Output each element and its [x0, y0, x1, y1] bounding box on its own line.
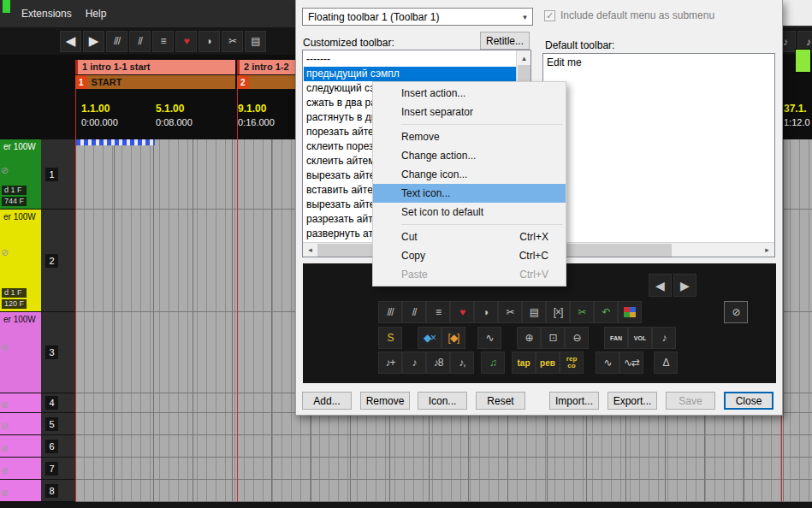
record-arm-icon[interactable]: ⊘	[1, 422, 9, 431]
split-items-icon[interactable]: ✂	[570, 301, 594, 323]
clef-lock-icon[interactable]: ♫	[481, 351, 505, 374]
horizontal-scrollbar[interactable]: ▸	[543, 242, 774, 257]
edit-cursor[interactable]	[75, 89, 76, 502]
close-button[interactable]: Close	[724, 392, 773, 410]
note-grace-icon[interactable]: ♪,	[450, 351, 474, 374]
checkbox-checked-icon[interactable]: ✓	[544, 10, 555, 21]
context-menu-item[interactable]: Text icon...	[373, 184, 566, 203]
menu-item-extensions[interactable]: Extensions	[15, 5, 79, 22]
vol-knob-icon[interactable]: VOL	[628, 327, 652, 349]
item-color-icon[interactable]	[618, 301, 642, 323]
toolbar-action-item[interactable]: -------	[304, 52, 516, 67]
envelope-icon[interactable]: ∿	[477, 327, 501, 349]
context-menu-item[interactable]: Set icon to default	[373, 203, 566, 222]
track-panel-row[interactable]: ⊘4	[0, 393, 75, 413]
arrange-lane[interactable]	[75, 458, 812, 480]
icon-button[interactable]: Icon...	[418, 392, 467, 410]
ripple-editing-all-icon[interactable]: ///	[378, 301, 402, 323]
track-panel-row[interactable]: ⊘er 100Wd 1 F120 F2	[0, 210, 75, 312]
toolbar-next-icon[interactable]: ▶	[673, 274, 696, 297]
ripple-editing-all-icon[interactable]: ///	[106, 31, 127, 52]
context-menu-item[interactable]: Change action...	[373, 146, 566, 165]
waveform-swap-icon[interactable]: ∿⇄	[619, 351, 643, 374]
record-arm-icon[interactable]: ⊘	[1, 166, 9, 175]
delete-item-icon[interactable]: [×]	[546, 301, 570, 323]
record-arm-icon[interactable]: ⊘	[1, 343, 9, 352]
record-arm-icon[interactable]: ⊘	[1, 248, 9, 257]
record-arm-icon[interactable]: ⊘	[1, 444, 9, 453]
context-menu-item[interactable]: Change icon...	[373, 165, 566, 184]
marker-delete-icon[interactable]: ◆×	[418, 327, 442, 349]
context-menu-item[interactable]: Insert action...	[373, 84, 566, 103]
zoom-out-icon[interactable]: ⊖	[565, 327, 589, 349]
marker-brackets-icon[interactable]: [◆]	[442, 327, 465, 349]
ripple-editing-one-icon[interactable]: //	[402, 301, 426, 323]
zoom-in-icon[interactable]: ⊕	[517, 327, 541, 349]
menu-item-help[interactable]: Help	[79, 5, 114, 22]
glue-items-icon[interactable]: ◗	[199, 31, 220, 52]
mute-icon[interactable]: ⊘	[724, 301, 748, 323]
default-toolbar-item[interactable]: Edit me	[544, 56, 773, 70]
context-menu-item[interactable]: CutCtrl+X	[373, 227, 566, 246]
track-panel-row[interactable]: ⊘7	[0, 458, 75, 480]
record-arm-icon[interactable]: ⊘	[1, 400, 9, 410]
scroll-up-icon[interactable]: ▴	[517, 50, 531, 65]
add-button[interactable]: Add...	[302, 392, 352, 410]
toolbar-prev-icon[interactable]: ◀	[649, 274, 672, 297]
track-panel-row[interactable]: ⊘er 100W3	[0, 312, 75, 393]
toolbar-select[interactable]: Floating toolbar 1 (Toolbar 1) ▾	[302, 8, 533, 26]
tap-tempo-icon[interactable]: tap	[512, 351, 536, 374]
import-button[interactable]: Import...	[549, 392, 599, 410]
solo-icon[interactable]: S	[378, 327, 402, 349]
marker[interactable]: 1 intro 1-1 start	[75, 60, 235, 74]
nav-prev-icon[interactable]: ◀	[60, 31, 81, 52]
marker-line[interactable]	[237, 89, 238, 502]
track-panel-row[interactable]: ⊘5	[0, 413, 75, 435]
clipboard-icon[interactable]: ▤	[245, 31, 266, 52]
note-knob-icon[interactable]: ♪	[652, 327, 676, 349]
export-button[interactable]: Export...	[608, 392, 657, 410]
record-arm-icon[interactable]: ⊘	[1, 466, 9, 476]
arrange-lane[interactable]	[75, 435, 812, 458]
scroll-right-icon[interactable]: ▸	[760, 243, 774, 257]
note-octave-icon[interactable]: ♪8	[426, 351, 450, 374]
ripple-editing-one-icon[interactable]: //	[129, 31, 151, 52]
track-color-strip: ⊘	[0, 480, 41, 501]
retitle-button[interactable]: Retitle...	[480, 32, 530, 50]
grid-settings-icon[interactable]: ≡	[152, 31, 174, 52]
record-arm-icon[interactable]: ⊘	[1, 488, 9, 498]
note-up-icon[interactable]: ♪+	[378, 351, 402, 374]
clipboard-icon[interactable]: ▤	[522, 301, 546, 323]
pan-knob-icon[interactable]: FAN	[604, 327, 628, 349]
scissors-icon[interactable]: ✂	[222, 31, 243, 52]
scissors-icon[interactable]: ✂	[498, 301, 522, 323]
region[interactable]: 1START	[75, 75, 235, 89]
waveform-icon[interactable]: ∿	[596, 351, 619, 374]
nav-next-icon[interactable]: ▶	[83, 31, 104, 52]
grid-settings-icon[interactable]: ≡	[426, 301, 450, 323]
reset-button[interactable]: Reset	[476, 392, 525, 410]
track-number-column: 8	[41, 480, 75, 501]
context-menu-item[interactable]: Insert separator	[373, 103, 566, 121]
context-menu-item[interactable]: Remove	[373, 127, 566, 146]
arrange-lane[interactable]	[75, 480, 812, 502]
heart-icon[interactable]: ♥	[175, 31, 197, 52]
track-panel-row[interactable]: ⊘6	[0, 435, 75, 458]
gerco-icon[interactable]: гер со	[560, 351, 584, 374]
track-panel-row[interactable]: ⊘8	[0, 480, 75, 502]
track-panel-row[interactable]: ⊘er 100Wd 1 F744 F1	[0, 139, 75, 210]
default-toolbar-list[interactable]: Edit me ▸	[542, 53, 775, 257]
zoom-fit-icon[interactable]: ⊡	[541, 327, 565, 349]
time-selection[interactable]	[76, 139, 155, 145]
note-icon[interactable]: ♪	[402, 351, 426, 374]
remove-button[interactable]: Remove	[360, 392, 410, 410]
context-menu-item[interactable]: CopyCtrl+C	[373, 246, 566, 265]
arrange-lane[interactable]	[75, 413, 812, 435]
reverb-icon[interactable]: рев	[536, 351, 560, 374]
undo-icon[interactable]: ↶	[594, 301, 618, 323]
heart-icon[interactable]: ♥	[450, 301, 474, 323]
glue-items-icon[interactable]: ◗	[474, 301, 498, 323]
metronome-edit-icon[interactable]: Δ	[654, 351, 678, 374]
toolbar-action-item[interactable]: предыдущий сэмпл	[304, 67, 516, 81]
scroll-left-icon[interactable]: ◂	[303, 243, 317, 257]
